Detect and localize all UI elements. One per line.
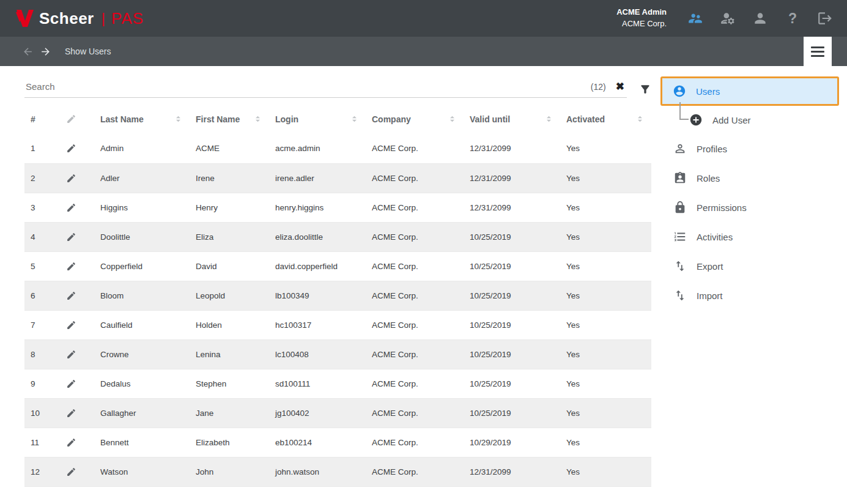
edit-icon[interactable] xyxy=(66,202,88,213)
cell-activated: Yes xyxy=(560,163,651,193)
table-row[interactable]: 10 Gallagher Jane jg100402 ACME Corp. 10… xyxy=(24,398,651,428)
table-row[interactable]: 4 Doolittle Eliza eliza.doolittle ACME C… xyxy=(24,222,651,251)
cell-login: lc100408 xyxy=(269,339,366,369)
filter-icon[interactable] xyxy=(639,83,651,98)
sidebar-menu: Users Add User Profiles Roles xyxy=(651,66,847,504)
sidebar-item-export[interactable]: Export xyxy=(651,251,847,281)
edit-icon[interactable] xyxy=(66,261,88,272)
cell-company: ACME Corp. xyxy=(366,251,464,281)
help-icon[interactable]: ? xyxy=(784,10,801,27)
col-header-valid-until[interactable]: Valid until xyxy=(464,104,560,134)
cell-first-name: ACME xyxy=(190,134,269,163)
row-number: 10 xyxy=(24,398,60,428)
account-info: ACME Admin ACME Corp. xyxy=(616,7,667,30)
col-header-activated[interactable]: Activated xyxy=(560,104,651,134)
sidebar-item-import[interactable]: Import xyxy=(651,281,847,310)
table-row[interactable]: 6 Bloom Leopold lb100349 ACME Corp. 10/2… xyxy=(24,281,651,310)
sidebar-item-activities[interactable]: Activities xyxy=(651,222,847,251)
row-edit-cell[interactable] xyxy=(60,251,94,281)
user-management-icon[interactable] xyxy=(687,10,704,27)
user-circle-icon xyxy=(673,84,686,98)
profile-icon[interactable] xyxy=(752,10,769,27)
table-row[interactable]: 12 Watson John john.watson ACME Corp. 12… xyxy=(24,457,651,486)
row-number: 11 xyxy=(24,428,60,457)
clear-search-icon[interactable]: ✖ xyxy=(616,81,624,92)
cell-last-name: Doolittle xyxy=(94,222,190,251)
manage-accounts-icon[interactable] xyxy=(719,10,736,27)
table-row[interactable]: 1 Admin ACME acme.admin ACME Corp. 12/31… xyxy=(24,134,651,163)
table-row[interactable]: 3 Higgins Henry henry.higgins ACME Corp.… xyxy=(24,193,651,222)
cell-login: hc100317 xyxy=(269,310,366,339)
sidebar-item-add-user[interactable]: Add User xyxy=(651,106,847,134)
sort-icon[interactable] xyxy=(349,114,360,124)
edit-icon[interactable] xyxy=(66,291,88,301)
table-row[interactable]: 7 Caulfield Holden hc100317 ACME Corp. 1… xyxy=(24,310,651,339)
logout-icon[interactable] xyxy=(816,10,834,27)
account-name: ACME Admin xyxy=(616,7,667,18)
sidebar-item-permissions[interactable]: Permissions xyxy=(651,193,847,222)
row-edit-cell[interactable] xyxy=(60,281,94,310)
forward-arrow-icon[interactable] xyxy=(40,46,51,57)
person-outline-icon xyxy=(673,142,687,155)
brand-name: Scheer xyxy=(39,9,94,28)
toolbar: Show Users xyxy=(0,37,847,66)
sort-icon[interactable] xyxy=(173,114,183,124)
edit-icon[interactable] xyxy=(66,143,88,154)
col-label: Valid until xyxy=(470,114,510,124)
edit-icon[interactable] xyxy=(66,437,88,448)
col-label: # xyxy=(31,114,35,124)
sort-icon[interactable] xyxy=(635,114,645,124)
hamburger-menu-button[interactable] xyxy=(804,37,832,66)
col-header-last-name[interactable]: Last Name xyxy=(94,104,190,134)
back-arrow-icon[interactable] xyxy=(22,46,34,57)
table-row[interactable]: 11 Bennett Elizabeth eb100214 ACME Corp.… xyxy=(24,428,651,457)
import-export-icon xyxy=(673,289,687,302)
col-header-login[interactable]: Login xyxy=(269,104,366,134)
sort-icon[interactable] xyxy=(544,114,554,124)
edit-icon[interactable] xyxy=(66,349,88,360)
sidebar-item-roles[interactable]: Roles xyxy=(651,163,847,193)
row-edit-cell[interactable] xyxy=(60,457,94,486)
col-header-company[interactable]: Company xyxy=(366,104,464,134)
edit-icon[interactable] xyxy=(66,408,88,418)
sidebar-item-profiles[interactable]: Profiles xyxy=(651,134,847,163)
cell-valid-until: 10/25/2019 xyxy=(464,251,560,281)
search-input[interactable] xyxy=(24,81,591,92)
cell-valid-until: 10/29/2019 xyxy=(464,428,560,457)
row-edit-cell[interactable] xyxy=(60,428,94,457)
row-edit-cell[interactable] xyxy=(60,398,94,428)
sidebar-item-label: Export xyxy=(697,261,723,272)
cell-activated: Yes xyxy=(560,369,651,398)
edit-icon[interactable] xyxy=(66,467,88,477)
table-row[interactable]: 8 Crowne Lenina lc100408 ACME Corp. 10/2… xyxy=(24,339,651,369)
table-header: # Last Name First Name xyxy=(24,104,651,134)
edit-icon[interactable] xyxy=(66,173,88,183)
row-edit-cell[interactable] xyxy=(60,222,94,251)
brand-divider: | xyxy=(102,10,105,27)
edit-icon[interactable] xyxy=(66,379,88,389)
row-edit-cell[interactable] xyxy=(60,310,94,339)
table-row[interactable]: 5 Copperfield David david.copperfield AC… xyxy=(24,251,651,281)
cell-login: eb100214 xyxy=(269,428,366,457)
row-edit-cell[interactable] xyxy=(60,134,94,163)
sort-icon[interactable] xyxy=(253,114,263,124)
page-title: Show Users xyxy=(65,46,111,56)
cell-last-name: Copperfield xyxy=(94,251,190,281)
row-number: 9 xyxy=(24,369,60,398)
row-edit-cell[interactable] xyxy=(60,163,94,193)
row-edit-cell[interactable] xyxy=(60,369,94,398)
cell-company: ACME Corp. xyxy=(366,134,464,163)
sidebar-item-users[interactable]: Users xyxy=(662,78,837,104)
row-edit-cell[interactable] xyxy=(60,193,94,222)
table-row[interactable]: 2 Adler Irene irene.adler ACME Corp. 12/… xyxy=(24,163,651,193)
users-highlight-frame: Users xyxy=(660,76,839,106)
badge-icon xyxy=(673,171,687,185)
edit-icon[interactable] xyxy=(66,232,88,242)
row-edit-cell[interactable] xyxy=(60,339,94,369)
col-header-first-name[interactable]: First Name xyxy=(190,104,269,134)
sort-icon[interactable] xyxy=(447,114,457,124)
cell-activated: Yes xyxy=(560,134,651,163)
cell-activated: Yes xyxy=(560,193,651,222)
edit-icon[interactable] xyxy=(66,320,88,330)
table-row[interactable]: 9 Dedalus Stephen sd100111 ACME Corp. 10… xyxy=(24,369,651,398)
